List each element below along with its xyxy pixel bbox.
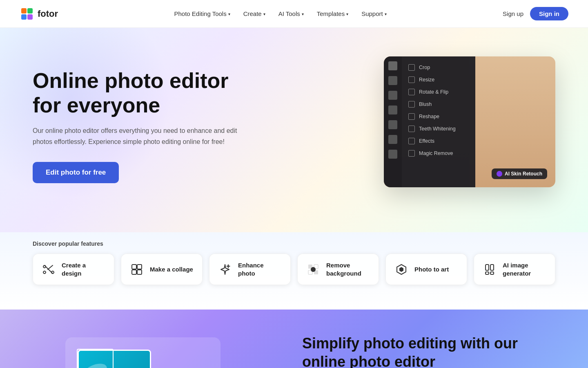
toolbar-person-icon[interactable] <box>388 91 397 100</box>
blush-icon <box>408 101 415 108</box>
chevron-down-icon: ▾ <box>228 12 230 16</box>
editor-left-toolbar <box>384 56 402 187</box>
edit-photo-button[interactable]: Edit photo for free <box>33 162 119 183</box>
svg-rect-17 <box>490 272 494 274</box>
collage-preview <box>65 337 220 368</box>
crop-icon <box>408 64 415 71</box>
ai-skin-retouch-badge: AI Skin Retouch <box>492 168 547 179</box>
svg-rect-14 <box>486 265 489 270</box>
nav-actions: Sign up Sign in <box>503 7 568 20</box>
lower-title: Simplify photo editing with our online p… <box>302 334 555 368</box>
hero-section: Online photo editor for everyone Our onl… <box>0 28 588 232</box>
panel-resize[interactable]: Resize <box>402 74 475 86</box>
signin-button[interactable]: Sign in <box>530 7 568 20</box>
panel-magic-remove[interactable]: Magic Remove <box>402 147 475 159</box>
hero-editor-preview: Crop Resize Rotate & Flip Blush Reshape <box>384 56 555 187</box>
nav-photo-editing-tools[interactable]: Photo Editing Tools ▾ <box>174 10 230 17</box>
logo[interactable]: fotor <box>20 7 58 21</box>
remove-bg-icon <box>306 262 321 277</box>
nav-ai-tools[interactable]: AI Tools ▾ <box>278 10 304 17</box>
hexagon-icon <box>394 262 409 277</box>
nav-support[interactable]: Support ▾ <box>361 10 387 17</box>
chevron-down-icon: ▾ <box>346 12 348 16</box>
nav-links: Photo Editing Tools ▾ Create ▾ AI Tools … <box>174 10 387 17</box>
svg-rect-6 <box>137 265 142 269</box>
svg-rect-1 <box>21 8 27 13</box>
feature-enhance-photo[interactable]: Enhance photo <box>209 254 291 285</box>
lower-text-area: Simplify photo editing with our online p… <box>286 310 588 368</box>
reshape-icon <box>408 113 415 120</box>
svg-rect-8 <box>137 270 142 274</box>
ai-badge-icon <box>497 171 502 177</box>
resize-icon <box>408 76 415 83</box>
feature-make-collage[interactable]: Make a collage <box>121 254 203 285</box>
lower-section: Simplify photo editing with our online p… <box>0 310 588 368</box>
panel-crop[interactable]: Crop <box>402 61 475 74</box>
panel-teeth[interactable]: Teeth Whitening <box>402 123 475 135</box>
nav-create[interactable]: Create ▾ <box>243 10 265 17</box>
editor-side-panel: Crop Resize Rotate & Flip Blush Reshape <box>402 56 475 187</box>
chevron-down-icon: ▾ <box>302 12 304 16</box>
svg-rect-3 <box>21 14 27 20</box>
feature-ai-image-generator-label: AI image generator <box>503 261 547 277</box>
sparkle-icon <box>218 262 232 277</box>
toolbar-rect-icon[interactable] <box>388 120 397 129</box>
feature-remove-background[interactable]: Remove background <box>297 254 379 285</box>
svg-rect-5 <box>132 265 136 269</box>
lower-image-area <box>0 310 286 368</box>
toolbar-text-icon[interactable] <box>388 150 397 159</box>
feature-create-design-label: Create a design <box>62 261 106 277</box>
feature-photo-to-art[interactable]: Photo to art <box>385 254 467 285</box>
feature-photo-to-art-label: Photo to art <box>414 265 449 274</box>
collage-icon <box>129 262 144 277</box>
crop-overlay <box>77 349 114 368</box>
feature-enhance-photo-label: Enhance photo <box>238 261 282 277</box>
toolbar-eye-icon[interactable] <box>388 105 397 114</box>
svg-rect-13 <box>311 267 316 272</box>
logo-text: fotor <box>38 9 58 19</box>
feature-create-design[interactable]: Create a design <box>33 254 114 285</box>
wand-icon <box>482 262 497 277</box>
panel-reshape[interactable]: Reshape <box>402 110 475 123</box>
svg-rect-7 <box>132 270 136 274</box>
svg-rect-2 <box>27 8 33 13</box>
panel-blush[interactable]: Blush <box>402 98 475 110</box>
rotate-icon <box>408 89 415 95</box>
feature-remove-background-label: Remove background <box>326 261 370 277</box>
hero-title: Online photo editor for everyone <box>33 69 261 118</box>
logo-icon <box>20 7 34 21</box>
chevron-down-icon: ▾ <box>385 12 387 16</box>
hero-description: Our online photo editor offers everythin… <box>33 126 245 147</box>
panel-rotate[interactable]: Rotate & Flip <box>402 86 475 98</box>
nav-templates[interactable]: Templates ▾ <box>317 10 348 17</box>
hero-right: Crop Resize Rotate & Flip Blush Reshape <box>261 56 555 187</box>
toolbar-grid-icon[interactable] <box>388 61 397 70</box>
panel-effects[interactable]: Effects <box>402 135 475 147</box>
signup-button[interactable]: Sign up <box>503 10 523 17</box>
magic-remove-icon <box>408 150 415 157</box>
toolbar-filter-icon[interactable] <box>388 76 397 85</box>
svg-rect-16 <box>486 272 489 274</box>
feature-make-collage-label: Make a collage <box>150 265 193 274</box>
scissors-icon <box>41 262 56 277</box>
svg-rect-15 <box>490 265 494 270</box>
svg-rect-4 <box>27 14 33 20</box>
features-row: Create a design Make a collage Enhan <box>33 254 555 285</box>
discover-label: Discover popular features <box>33 232 555 247</box>
navbar: fotor Photo Editing Tools ▾ Create ▾ AI … <box>0 0 588 28</box>
feature-ai-image-generator[interactable]: AI image generator <box>474 254 555 285</box>
hero-left: Online photo editor for everyone Our onl… <box>33 69 261 183</box>
teeth-icon <box>408 126 415 132</box>
discover-section: Discover popular features Create a desig… <box>0 232 588 310</box>
toolbar-layers-icon[interactable] <box>388 135 397 144</box>
effects-icon <box>408 138 415 144</box>
chevron-down-icon: ▾ <box>263 12 265 16</box>
